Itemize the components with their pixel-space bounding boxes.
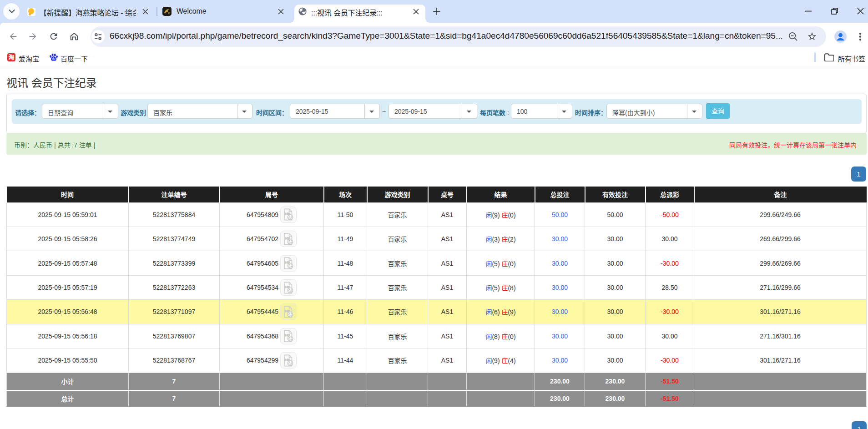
svg-text:du: du (52, 57, 56, 60)
